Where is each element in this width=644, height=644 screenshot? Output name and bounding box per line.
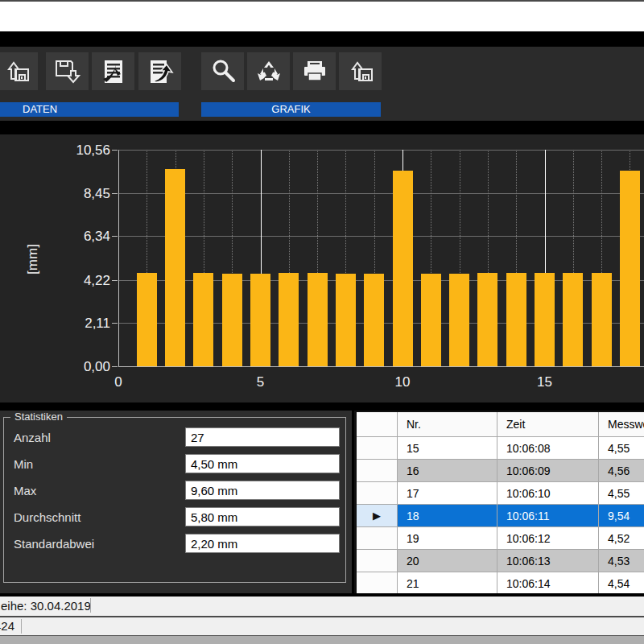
y-tick-label: 4,22 bbox=[62, 273, 110, 289]
stat-value-min[interactable] bbox=[185, 454, 340, 473]
table-header-row: Nr. Zeit Messwert bbox=[357, 412, 644, 437]
x-tick-label: 0 bbox=[114, 374, 122, 390]
cell-nr[interactable]: 20 bbox=[398, 550, 497, 572]
stat-label-min: Min bbox=[14, 457, 33, 471]
cell-nr[interactable]: 18 bbox=[398, 505, 497, 527]
open-data-button[interactable] bbox=[0, 52, 38, 90]
y-axis-title: [mm] bbox=[25, 244, 41, 275]
measurement-bar[interactable] bbox=[477, 273, 497, 366]
y-tick-label: 6,34 bbox=[62, 229, 110, 245]
y-tick-mark bbox=[112, 193, 118, 194]
save-data-button[interactable] bbox=[46, 52, 89, 90]
row-header-cell[interactable] bbox=[357, 550, 398, 572]
cell-zeit[interactable]: 10:06:11 bbox=[497, 505, 599, 527]
cell-nr[interactable]: 19 bbox=[398, 527, 497, 550]
cell-nr[interactable]: 15 bbox=[398, 437, 497, 460]
cell-nr[interactable]: 17 bbox=[398, 482, 497, 505]
measurement-bar[interactable] bbox=[308, 273, 328, 366]
y-gridline bbox=[118, 150, 644, 151]
measurement-bar[interactable] bbox=[506, 273, 526, 366]
cell-messwert[interactable]: 4,56 bbox=[599, 460, 644, 482]
stat-value-max[interactable] bbox=[185, 481, 340, 500]
y-axis-line bbox=[118, 150, 119, 367]
cell-messwert[interactable]: 9,54 bbox=[599, 505, 644, 527]
measurement-bar[interactable] bbox=[449, 274, 469, 366]
print-button[interactable] bbox=[293, 52, 336, 90]
measurement-bar[interactable] bbox=[222, 274, 242, 366]
table-row-15[interactable]: 1510:06:084,55 bbox=[357, 437, 644, 460]
refresh-button[interactable] bbox=[247, 52, 290, 90]
measurement-bar[interactable] bbox=[563, 273, 583, 366]
measurement-bar[interactable] bbox=[165, 169, 185, 366]
table-row-18[interactable]: ▶1810:06:119,54 bbox=[357, 505, 644, 527]
export-graphic-button[interactable] bbox=[339, 52, 382, 90]
stat-value-durchschnitt[interactable] bbox=[185, 507, 340, 526]
y-tick-label: 10,56 bbox=[62, 142, 110, 159]
stat-value-anzahl[interactable] bbox=[185, 427, 340, 447]
cell-zeit[interactable]: 10:06:13 bbox=[497, 550, 599, 572]
row-header-cell[interactable] bbox=[357, 572, 398, 593]
measurement-table: Nr. Zeit Messwert 1510:06:084,551610:06:… bbox=[357, 412, 644, 593]
measurement-bar[interactable] bbox=[535, 273, 555, 366]
row-header-cell[interactable] bbox=[357, 437, 398, 460]
cell-messwert[interactable]: 4,55 bbox=[599, 482, 644, 505]
status-series-date: eihe: 30.04.2019 bbox=[1, 599, 91, 613]
table-row-21[interactable]: 2110:06:144,54 bbox=[357, 572, 644, 593]
zoom-button[interactable] bbox=[201, 52, 244, 90]
row-header-cell[interactable] bbox=[357, 527, 398, 550]
y-tick-label: 8,45 bbox=[62, 186, 110, 202]
table-row-19[interactable]: 1910:06:124,52 bbox=[357, 527, 644, 550]
table-row-20[interactable]: 2010:06:134,53 bbox=[357, 550, 644, 572]
measurement-bar[interactable] bbox=[592, 273, 612, 366]
row-header-cell[interactable] bbox=[357, 460, 398, 482]
stat-label-max: Max bbox=[14, 484, 36, 497]
table-row-17[interactable]: 1710:06:104,55 bbox=[357, 482, 644, 505]
export-data-button[interactable] bbox=[138, 52, 181, 90]
separator-band bbox=[0, 402, 644, 411]
column-header-nr[interactable]: Nr. bbox=[398, 412, 497, 437]
y-tick-mark bbox=[112, 323, 118, 324]
cell-messwert[interactable]: 4,53 bbox=[599, 550, 644, 572]
floppy-up-arrow-icon bbox=[2, 58, 32, 85]
stat-value-standardabwei[interactable] bbox=[185, 534, 340, 553]
statistics-panel: Statistiken AnzahlMinMaxDurchschnittStan… bbox=[0, 411, 352, 593]
stat-label-durchschnitt: Durchschnitt bbox=[14, 510, 80, 524]
y-tick-mark bbox=[112, 150, 118, 151]
row-selected-arrow-icon: ▶ bbox=[373, 510, 381, 522]
cell-messwert[interactable]: 4,52 bbox=[599, 527, 644, 550]
delete-data-button[interactable] bbox=[92, 52, 134, 90]
measurement-bar[interactable] bbox=[336, 274, 356, 366]
status-bar-top: eihe: 30.04.2019 bbox=[0, 597, 644, 616]
measurement-bar[interactable] bbox=[393, 171, 413, 366]
y-gridline bbox=[118, 193, 644, 194]
cell-zeit[interactable]: 10:06:10 bbox=[497, 482, 599, 505]
measurement-bar[interactable] bbox=[364, 274, 384, 366]
column-header-zeit[interactable]: Zeit bbox=[497, 412, 599, 437]
table-row-16[interactable]: 1610:06:094,56 bbox=[357, 460, 644, 482]
measurement-bar[interactable] bbox=[279, 273, 299, 366]
measurement-bar[interactable] bbox=[193, 273, 213, 366]
measurement-bar-chart: 0,002,114,226,348,4510,56051015[mm] bbox=[0, 134, 644, 402]
stat-label-standardabwei: Standardabwei bbox=[14, 537, 94, 551]
column-header-messwert[interactable]: Messwert bbox=[599, 412, 644, 437]
row-header-cell[interactable] bbox=[357, 482, 398, 505]
document-export-arrow-icon bbox=[145, 58, 175, 85]
cell-zeit[interactable]: 10:06:08 bbox=[497, 437, 599, 460]
current-row-indicator[interactable]: ▶ bbox=[357, 505, 398, 527]
separator-band bbox=[0, 121, 644, 134]
cell-nr[interactable]: 16 bbox=[398, 460, 497, 482]
y-gridline bbox=[118, 236, 644, 237]
cell-zeit[interactable]: 10:06:12 bbox=[497, 527, 599, 550]
y-tick-label: 0,00 bbox=[62, 359, 110, 375]
measurement-bar[interactable] bbox=[620, 171, 640, 366]
measurement-bar[interactable] bbox=[421, 274, 441, 366]
y-tick-mark bbox=[112, 280, 118, 281]
cell-zeit[interactable]: 10:06:14 bbox=[497, 572, 599, 593]
cell-zeit[interactable]: 10:06:09 bbox=[497, 460, 599, 482]
measurement-bar[interactable] bbox=[137, 273, 157, 366]
cell-messwert[interactable]: 4,54 bbox=[599, 572, 644, 593]
cell-messwert[interactable]: 4,55 bbox=[599, 437, 644, 460]
cell-nr[interactable]: 21 bbox=[398, 572, 497, 593]
measurement-bar[interactable] bbox=[250, 274, 270, 366]
x-tick-label: 5 bbox=[257, 374, 264, 390]
